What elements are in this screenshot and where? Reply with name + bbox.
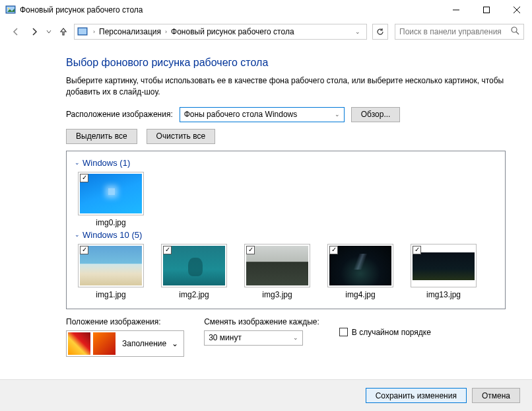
group-header[interactable]: ⌄ Windows (1) [75,158,497,168]
page-heading: Выбор фонового рисунка рабочего стола [66,57,506,69]
thumb-checkbox[interactable]: ✓ [413,246,421,254]
thumb-label: img13.jpg [426,290,461,299]
thumb-checkbox[interactable]: ✓ [80,174,88,182]
shuffle-label: В случайном порядке [352,328,431,337]
image-thumb[interactable]: ✓ img3.jpg [241,244,314,299]
nav-row: › Персонализация › Фоновый рисунок рабоч… [0,20,532,44]
window-controls [441,0,532,20]
position-preview-icon [93,332,116,355]
close-button[interactable] [502,0,532,20]
thumb-preview [80,174,142,213]
maximize-button[interactable] [471,0,502,20]
cancel-button[interactable]: Отмена [472,388,520,403]
interval-label: Сменять изображение каждые: [204,317,319,326]
thumb-label: img4.jpg [345,290,375,299]
chevron-right-icon: › [90,28,98,35]
save-button[interactable]: Сохранить изменения [366,388,467,403]
minimize-button[interactable] [441,0,471,20]
thumb-preview [413,252,475,280]
chevron-down-icon: ⌄ [75,159,80,166]
nav-forward-button[interactable] [26,24,42,40]
thumb-preview [163,246,225,285]
control-panel-icon [77,26,88,37]
thumb-preview [246,246,308,285]
position-label: Положение изображения: [66,317,184,326]
search-placeholder: Поиск в панели управления [399,27,511,36]
thumb-checkbox[interactable]: ✓ [163,246,172,254]
thumb-checkbox[interactable]: ✓ [80,246,88,254]
thumb-preview [80,246,142,285]
footer-bar: Сохранить изменения Отмена [0,379,532,411]
chevron-down-icon: ⌄ [172,339,183,348]
clear-all-button[interactable]: Очистить все [147,129,215,144]
interval-dropdown[interactable]: 30 минут ⌄ [204,330,303,346]
chevron-down-icon: ⌄ [75,231,80,238]
thumb-preview [329,246,391,285]
select-all-button[interactable]: Выделить все [66,129,137,144]
titlebar: Фоновый рисунок рабочего стола [0,0,532,20]
image-thumb[interactable]: ✓ img4.jpg [324,244,397,299]
svg-line-11 [516,32,519,34]
location-dropdown[interactable]: Фоны рабочего стола Windows ⌄ [180,107,345,122]
svg-rect-5 [484,7,490,13]
image-thumb[interactable]: ✓ img2.jpg [158,244,230,299]
image-thumb[interactable]: ✓ img0.jpg [75,172,147,227]
image-panel[interactable]: ⌄ Windows (1) ✓ img0.jpg ⌄ Windows 10 (5… [66,151,506,309]
nav-back-button[interactable] [8,24,24,40]
image-thumb[interactable]: ✓ img13.jpg [407,244,480,299]
chevron-down-icon: ⌄ [289,334,298,341]
breadcrumb-item[interactable]: Персонализация [98,27,162,36]
position-dropdown[interactable]: Заполнение ⌄ [66,330,184,357]
shuffle-checkbox[interactable] [339,328,348,336]
chevron-right-icon: › [162,28,170,35]
breadcrumb-item[interactable]: Фоновый рисунок рабочего стола [170,27,296,36]
refresh-button[interactable] [372,24,388,40]
location-label: Расположение изображения: [66,110,173,119]
app-icon [5,5,16,15]
window-title: Фоновый рисунок рабочего стола [20,5,143,15]
thumb-label: img3.jpg [262,290,292,299]
page-subtext: Выберите картинку, чтобы использовать ее… [66,75,506,98]
chevron-down-icon: ⌄ [331,111,340,118]
search-icon [511,26,519,37]
address-bar[interactable]: › Персонализация › Фоновый рисунок рабоч… [74,24,367,40]
nav-up-button[interactable] [55,24,71,40]
browse-button[interactable]: Обзор... [351,107,401,122]
svg-rect-9 [79,28,86,34]
thumb-label: img1.jpg [96,290,125,299]
search-input[interactable]: Поиск в панели управления [395,24,524,40]
thumb-checkbox[interactable]: ✓ [329,246,338,254]
thumb-label: img0.jpg [96,218,125,227]
group-header[interactable]: ⌄ Windows 10 (5) [75,230,497,240]
address-dropdown-icon[interactable]: ⌄ [352,28,364,35]
content-area: Выбор фонового рисунка рабочего стола Вы… [0,44,532,357]
nav-history-dropdown[interactable] [45,29,53,34]
svg-point-2 [8,8,9,9]
position-preview-icon [68,332,90,355]
svg-point-10 [512,27,517,32]
thumb-checkbox[interactable]: ✓ [246,246,255,254]
image-thumb[interactable]: ✓ img1.jpg [75,244,147,299]
thumb-label: img2.jpg [179,290,209,299]
